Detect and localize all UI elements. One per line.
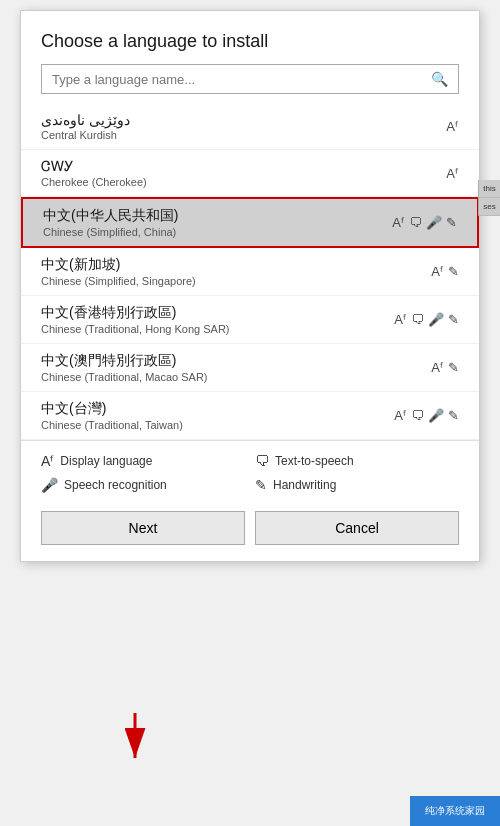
watermark: 纯净系统家园 (410, 796, 500, 826)
tts-icon: 🗨 (411, 408, 424, 423)
language-item-chinese-simplified-singapore[interactable]: 中文(新加坡)Chinese (Simplified, Singapore)Aᶠ… (21, 248, 479, 296)
watermark-text: 纯净系统家园 (425, 804, 485, 818)
side-hint-this: this (479, 180, 500, 198)
lang-name-cherokee: ᏣᎳᎩ (41, 158, 446, 175)
handwriting-icon: ✎ (448, 264, 459, 279)
speech-icon: 🎤 (426, 215, 442, 230)
dialog-title: Choose a language to install (41, 31, 459, 52)
cancel-button[interactable]: Cancel (255, 511, 459, 545)
display-lang-icon: Aᶠ (394, 312, 407, 327)
lang-subname-chinese-simplified-china: Chinese (Simplified, China) (43, 226, 392, 238)
legend-item-speech-recognition: 🎤Speech recognition (41, 477, 245, 493)
legend-label: Handwriting (273, 478, 336, 492)
legend-display-icon: Aᶠ (41, 453, 54, 469)
tts-icon: 🗨 (409, 215, 422, 230)
arrow-indicator (105, 708, 185, 768)
legend-label: Speech recognition (64, 478, 167, 492)
lang-name-chinese-traditional-hk: 中文(香港特別行政區) (41, 304, 394, 322)
language-dialog: Choose a language to install 🔍 دوێژیی نا… (20, 10, 480, 562)
search-input[interactable] (52, 72, 431, 87)
handwriting-icon: ✎ (446, 215, 457, 230)
handwriting-icon: ✎ (448, 408, 459, 423)
language-item-chinese-traditional-hk[interactable]: 中文(香港特別行政區)Chinese (Traditional, Hong Ko… (21, 296, 479, 344)
display-lang-icon: Aᶠ (446, 119, 459, 134)
search-icon: 🔍 (431, 71, 448, 87)
lang-name-chinese-traditional-macao: 中文(澳門特別行政區) (41, 352, 431, 370)
lang-name-chinese-simplified-singapore: 中文(新加坡) (41, 256, 431, 274)
side-hint-strip: this ses (478, 180, 500, 216)
legend-label: Display language (60, 454, 152, 468)
lang-subname-chinese-traditional-taiwan: Chinese (Traditional, Taiwan) (41, 419, 394, 431)
handwriting-icon: ✎ (448, 312, 459, 327)
legend-section: AᶠDisplay language🗨Text-to-speech🎤Speech… (21, 440, 479, 501)
dialog-header: Choose a language to install 🔍 (21, 11, 479, 104)
display-lang-icon: Aᶠ (431, 360, 444, 375)
language-item-chinese-simplified-china[interactable]: 中文(中华人民共和国)Chinese (Simplified, China)Aᶠ… (21, 197, 479, 248)
legend-handwriting-icon: ✎ (255, 477, 267, 493)
language-item-chinese-traditional-macao[interactable]: 中文(澳門特別行政區)Chinese (Traditional, Macao S… (21, 344, 479, 392)
lang-subname-cherokee: Cherokee (Cherokee) (41, 176, 446, 188)
language-list: دوێژیی ناوەندیCentral KurdishAᶠᏣᎳᎩCherok… (21, 104, 479, 440)
search-box: 🔍 (41, 64, 459, 94)
tts-icon: 🗨 (411, 312, 424, 327)
next-button[interactable]: Next (41, 511, 245, 545)
lang-name-chinese-simplified-china: 中文(中华人民共和国) (43, 207, 392, 225)
legend-item-handwriting: ✎Handwriting (255, 477, 459, 493)
lang-subname-chinese-simplified-singapore: Chinese (Simplified, Singapore) (41, 275, 431, 287)
language-item-cherokee[interactable]: ᏣᎳᎩCherokee (Cherokee)Aᶠ (21, 150, 479, 197)
legend-item-text-to-speech: 🗨Text-to-speech (255, 453, 459, 469)
lang-subname-chinese-traditional-hk: Chinese (Traditional, Hong Kong SAR) (41, 323, 394, 335)
legend-label: Text-to-speech (275, 454, 354, 468)
display-lang-icon: Aᶠ (446, 166, 459, 181)
lang-subname-central-kurdish: Central Kurdish (41, 129, 446, 141)
lang-name-chinese-traditional-taiwan: 中文(台灣) (41, 400, 394, 418)
legend-speech-icon: 🎤 (41, 477, 58, 493)
handwriting-icon: ✎ (448, 360, 459, 375)
side-hint-ses: ses (479, 198, 500, 216)
speech-icon: 🎤 (428, 312, 444, 327)
lang-name-central-kurdish: دوێژیی ناوەندی (41, 112, 446, 128)
language-item-central-kurdish[interactable]: دوێژیی ناوەندیCentral KurdishAᶠ (21, 104, 479, 150)
button-row: Next Cancel (21, 501, 479, 561)
display-lang-icon: Aᶠ (394, 408, 407, 423)
legend-tts-icon: 🗨 (255, 453, 269, 469)
display-lang-icon: Aᶠ (431, 264, 444, 279)
display-lang-icon: Aᶠ (392, 215, 405, 230)
legend-item-display-language: AᶠDisplay language (41, 453, 245, 469)
language-item-chinese-traditional-taiwan[interactable]: 中文(台灣)Chinese (Traditional, Taiwan)Aᶠ🗨🎤✎ (21, 392, 479, 440)
lang-subname-chinese-traditional-macao: Chinese (Traditional, Macao SAR) (41, 371, 431, 383)
speech-icon: 🎤 (428, 408, 444, 423)
